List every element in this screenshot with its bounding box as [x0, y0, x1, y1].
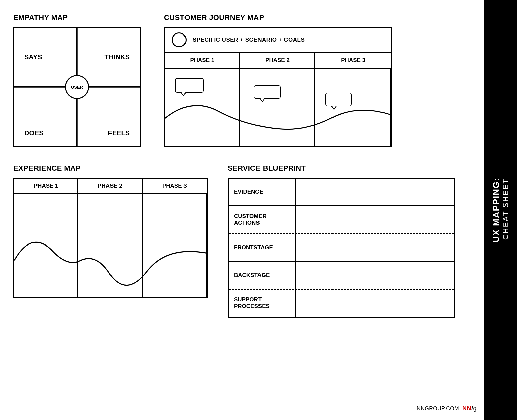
- footer: NNGROUP.COM NN/g: [417, 405, 477, 412]
- experience-map-title: EXPERIENCE MAP: [13, 164, 208, 173]
- service-blueprint-section: SERVICE BLUEPRINT EVIDENCE CUSTOMERACTIO…: [228, 164, 455, 318]
- exp-content-2: [78, 194, 142, 297]
- banner-text: UX MAPPING: CHEAT SHEET: [491, 177, 510, 242]
- exp-phase-3: PHASE 3: [143, 179, 207, 193]
- journey-phase-1: PHASE 1: [165, 53, 240, 68]
- empathy-map-section: EMPATHY MAP SAYS THINKS DOES: [13, 13, 141, 147]
- blueprint-row-support: SUPPORTPROCESSES: [229, 290, 454, 317]
- exp-content-1: [14, 194, 78, 297]
- empathy-user-circle: USER: [65, 75, 89, 99]
- journey-map-diagram: SPECIFIC USER + SCENARIO + GOALS PHASE 1…: [164, 27, 392, 147]
- empathy-thinks-cell: THINKS: [77, 28, 140, 87]
- service-blueprint-title: SERVICE BLUEPRINT: [228, 164, 455, 173]
- speech-bubble-3: [325, 93, 352, 106]
- empathy-map-diagram: SAYS THINKS DOES FEELS: [13, 27, 141, 147]
- blueprint-content-backstage: [296, 262, 454, 289]
- blueprint-label-customer-actions: CUSTOMERACTIONS: [229, 206, 296, 233]
- footer-site: NNGROUP.COM: [417, 406, 459, 411]
- empathy-map-title: EMPATHY MAP: [13, 13, 141, 22]
- blueprint-label-frontstage: FRONTSTAGE: [229, 234, 296, 261]
- vertical-banner: UX MAPPING: CHEAT SHEET: [484, 0, 517, 420]
- exp-phase-1: PHASE 1: [14, 179, 78, 193]
- journey-phase-row: PHASE 1 PHASE 2 PHASE 3: [165, 53, 391, 69]
- blueprint-label-evidence: EVIDENCE: [229, 179, 296, 205]
- blueprint-content-frontstage: [296, 234, 454, 261]
- blueprint-label-backstage: BACKSTAGE: [229, 262, 296, 289]
- journey-phase-3: PHASE 3: [315, 53, 391, 68]
- journey-content-3: [315, 69, 391, 146]
- journey-user-label: SPECIFIC USER + SCENARIO + GOALS: [193, 37, 305, 43]
- blueprint-content-customer-actions: [296, 206, 454, 233]
- journey-user-icon: [172, 32, 187, 47]
- exp-phase-row: PHASE 1 PHASE 2 PHASE 3: [14, 179, 207, 194]
- speech-bubble-2: [254, 85, 281, 99]
- exp-content-area: [14, 194, 207, 297]
- blueprint-row-evidence: EVIDENCE: [229, 179, 454, 206]
- journey-phase-2: PHASE 2: [240, 53, 316, 68]
- journey-content-2: [240, 69, 316, 146]
- exp-content-3: [143, 194, 207, 297]
- experience-map-section: EXPERIENCE MAP PHASE 1 PHASE 2 PHASE 3: [13, 164, 208, 318]
- blueprint-row-customer-actions: CUSTOMERACTIONS: [229, 206, 454, 233]
- empathy-does-cell: DOES: [14, 87, 77, 146]
- blueprint-content-support: [296, 290, 454, 317]
- customer-journey-title: CUSTOMER JOURNEY MAP: [164, 13, 392, 22]
- footer-brand-g: g: [473, 405, 477, 412]
- blueprint-row-backstage: BACKSTAGE: [229, 262, 454, 289]
- empathy-says-cell: SAYS: [14, 28, 77, 87]
- blueprint-content-evidence: [296, 179, 454, 205]
- journey-header-row: SPECIFIC USER + SCENARIO + GOALS: [165, 28, 391, 53]
- journey-content-row: [165, 69, 391, 146]
- blueprint-row-frontstage: FRONTSTAGE: [229, 234, 454, 262]
- footer-brand-nn: NN: [462, 405, 471, 412]
- journey-content-1: [165, 69, 240, 146]
- exp-phase-2: PHASE 2: [78, 179, 142, 193]
- empathy-feels-cell: FEELS: [77, 87, 140, 146]
- customer-journey-section: CUSTOMER JOURNEY MAP SPECIFIC USER + SCE…: [164, 13, 392, 147]
- blueprint-diagram: EVIDENCE CUSTOMERACTIONS FRONTSTAGE: [228, 178, 455, 318]
- blueprint-label-support: SUPPORTPROCESSES: [229, 290, 296, 317]
- experience-map-diagram: PHASE 1 PHASE 2 PHASE 3: [13, 178, 208, 298]
- speech-bubble-1: [175, 78, 204, 93]
